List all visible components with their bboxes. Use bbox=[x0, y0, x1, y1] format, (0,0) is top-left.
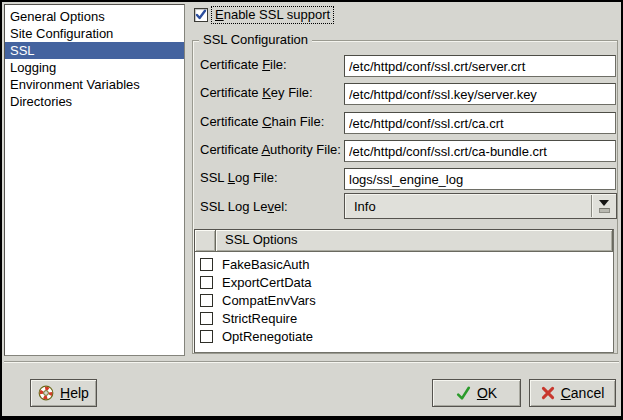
table-row[interactable]: StrictRequire bbox=[195, 309, 613, 327]
ssl-log-level-value: Info bbox=[345, 199, 591, 214]
ssl-log-level-dropdown[interactable]: Info bbox=[344, 193, 617, 219]
option-label: FakeBasicAuth bbox=[222, 257, 309, 272]
fakebasicauth-checkbox[interactable] bbox=[200, 258, 213, 271]
checkmark-icon bbox=[195, 9, 207, 21]
lifesaver-help-icon bbox=[38, 385, 54, 401]
ssl-log-file-label: SSL Log File: bbox=[200, 169, 278, 187]
table-row[interactable]: CompatEnvVars bbox=[195, 291, 613, 309]
strictrequire-checkbox[interactable] bbox=[200, 312, 213, 325]
cancel-button[interactable]: Cancel bbox=[529, 379, 616, 407]
table-row[interactable]: FakeBasicAuth bbox=[195, 255, 613, 273]
certificate-chain-file-label: Certificate Chain File: bbox=[200, 113, 324, 131]
sidebar-item-site-configuration[interactable]: Site Configuration bbox=[5, 25, 184, 42]
ok-button[interactable]: OK bbox=[432, 379, 521, 407]
sidebar-item-logging[interactable]: Logging bbox=[5, 59, 184, 76]
certificate-authority-file-label: Certificate Authority File: bbox=[200, 141, 341, 159]
ssl-options-table: SSL Options FakeBasicAuth ExportCertData… bbox=[194, 229, 614, 353]
exportcertdata-checkbox[interactable] bbox=[200, 276, 213, 289]
check-ok-icon bbox=[456, 386, 471, 401]
sidebar-item-general-options[interactable]: General Options bbox=[5, 8, 184, 25]
help-button-label: Help bbox=[60, 385, 89, 401]
option-label: OptRenegotiate bbox=[222, 329, 313, 344]
table-header-row: SSL Options bbox=[195, 230, 613, 252]
category-list: General Options Site Configuration SSL L… bbox=[4, 4, 185, 356]
sidebar-item-ssl[interactable]: SSL bbox=[5, 42, 184, 59]
certificate-file-input[interactable] bbox=[344, 55, 616, 77]
frame-title: SSL Configuration bbox=[199, 32, 312, 47]
enable-ssl-label[interactable]: Enable SSL support bbox=[211, 6, 334, 24]
button-area-separator bbox=[4, 361, 619, 363]
certificate-key-file-input[interactable] bbox=[344, 83, 616, 105]
ssl-options-column-header[interactable]: SSL Options bbox=[216, 230, 613, 252]
checkbox-column-header[interactable] bbox=[195, 230, 216, 252]
ssl-log-file-input[interactable] bbox=[344, 168, 616, 190]
sidebar-item-directories[interactable]: Directories bbox=[5, 93, 184, 110]
enable-ssl-checkbox[interactable] bbox=[194, 8, 208, 22]
ssl-log-level-label: SSL Log Level: bbox=[200, 198, 288, 216]
certificate-chain-file-input[interactable] bbox=[344, 112, 616, 134]
table-row[interactable]: OptRenegotiate bbox=[195, 327, 613, 345]
certificate-authority-file-input[interactable] bbox=[344, 140, 616, 162]
help-button[interactable]: Help bbox=[30, 379, 97, 407]
compatenvvars-checkbox[interactable] bbox=[200, 294, 213, 307]
certificate-file-label: Certificate File: bbox=[200, 56, 287, 74]
table-row[interactable]: ExportCertData bbox=[195, 273, 613, 291]
cancel-button-label: Cancel bbox=[561, 385, 605, 401]
option-label: StrictRequire bbox=[222, 311, 297, 326]
optrenegotiate-checkbox[interactable] bbox=[200, 330, 213, 343]
sidebar-item-environment-variables[interactable]: Environment Variables bbox=[5, 76, 184, 93]
ssl-configuration-dialog: General Options Site Configuration SSL L… bbox=[0, 0, 623, 420]
option-label: ExportCertData bbox=[222, 275, 312, 290]
certificate-key-file-label: Certificate Key File: bbox=[200, 84, 313, 102]
x-cancel-icon bbox=[541, 386, 555, 400]
ok-button-label: OK bbox=[477, 385, 497, 401]
option-label: CompatEnvVars bbox=[222, 293, 316, 308]
chevron-down-icon bbox=[592, 200, 616, 213]
